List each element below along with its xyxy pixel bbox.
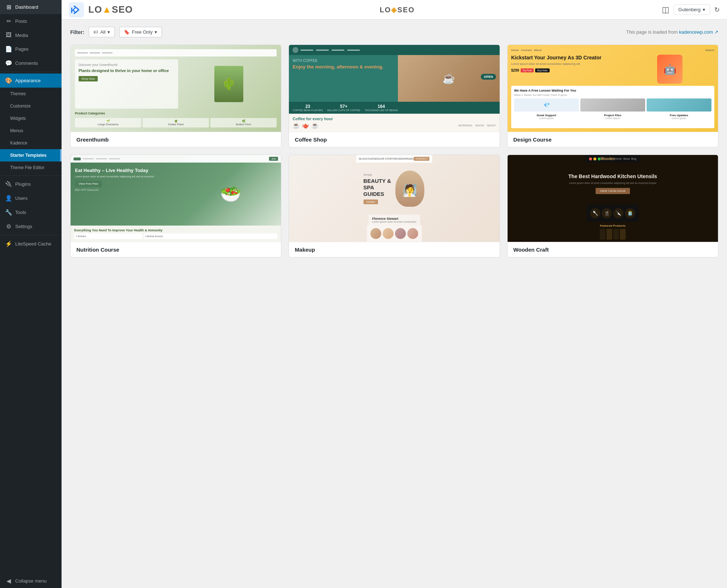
sidebar-item-tools[interactable]: 🔧 Tools	[0, 205, 62, 219]
filter-all-button[interactable]: 🏷 All ▾	[89, 27, 115, 37]
sidebar-item-litespeed[interactable]: ⚡ LiteSpeed Cache	[0, 237, 62, 251]
bookmark-icon: 🔖	[124, 29, 130, 35]
sidebar-item-theme-file-editor[interactable]: Theme File Editor	[0, 161, 62, 174]
users-icon: 👤	[5, 195, 12, 202]
sidebar-item-plugins[interactable]: 🔌 Plugins	[0, 177, 62, 191]
filter-right: This page is loaded from kadencewp.com ↗	[626, 29, 718, 35]
appearance-icon: 🎨	[5, 77, 12, 84]
sidebar-item-collapse[interactable]: ◀ Collapse menu	[0, 574, 62, 588]
sidebar-item-customize[interactable]: Customize	[0, 100, 62, 112]
starter-templates-label: Starter Templates	[10, 153, 46, 158]
theme-file-editor-label: Theme File Editor	[10, 165, 45, 170]
litespeed-label: LiteSpeed Cache	[15, 241, 51, 247]
sidebar-item-users[interactable]: 👤 Users	[0, 191, 62, 205]
tools-icon: 🔧	[5, 209, 12, 216]
customize-label: Customize	[10, 104, 31, 109]
sidebar-item-label: Plugins	[15, 181, 31, 187]
sidebar-item-dashboard[interactable]: ⊞ Dashboard	[0, 0, 62, 14]
filter-free-only-button[interactable]: 🔖 Free Only ▾	[119, 27, 162, 37]
sidebar-item-settings[interactable]: ⚙ Settings	[0, 219, 62, 234]
sidebar-item-appearance[interactable]: 🎨 Appearance	[0, 74, 62, 88]
template-preview-makeup: BLOG COURSES OUR STORY REVIEWS PAGES CON…	[289, 155, 499, 242]
template-preview-coffee: WITH COFFEE Enjoy the morning, afternoon…	[289, 45, 499, 132]
qr-icon[interactable]: ◫	[662, 5, 669, 14]
brand-logo-icon: K	[69, 2, 84, 17]
sidebar-item-widgets[interactable]: Widgets	[0, 112, 62, 125]
topbar-left: K LO▲SEO	[69, 2, 133, 17]
plugins-icon: 🔌	[5, 181, 12, 188]
sidebar-item-themes[interactable]: Themes	[0, 88, 62, 100]
site-title: LO◈SEO	[380, 5, 415, 14]
page-source-link[interactable]: kadencewp.com ↗	[679, 29, 718, 35]
all-label: All	[100, 29, 105, 35]
preview-nav	[75, 49, 277, 56]
sidebar-item-media[interactable]: 🖼 Media	[0, 28, 62, 42]
gutenberg-button[interactable]: Gutenberg ▾	[674, 4, 710, 15]
chevron-down-icon: ▾	[155, 29, 157, 35]
templates-grid: Discover your Greenthumb Plants designed…	[70, 45, 718, 257]
sidebar-item-label: Posts	[15, 18, 27, 24]
sidebar-item-menus[interactable]: Menus	[0, 125, 62, 137]
litespeed-icon: ⚡	[5, 240, 12, 247]
chevron-down-icon: ▾	[703, 7, 705, 12]
themes-label: Themes	[10, 91, 26, 96]
template-name-design-course: Design Course	[508, 132, 718, 147]
sidebar-item-comments[interactable]: 💬 Comments	[0, 56, 62, 70]
preview-products: 🌱Large Dracaena 🪴Snake Plant 🌿Button Fer…	[75, 118, 277, 127]
template-preview-greenthumb: Discover your Greenthumb Plants designed…	[71, 45, 281, 132]
template-name-nutrition-course: Nutrition Course	[71, 242, 281, 257]
brand-logo-text: LO▲SEO	[88, 4, 133, 15]
template-card-design-course[interactable]: HomeCoursesAbout Search Kickstart Your J…	[507, 45, 718, 147]
sidebar-item-label: Pages	[15, 46, 29, 52]
sidebar-item-kadence[interactable]: Kadence	[0, 137, 62, 149]
template-card-makeup[interactable]: BLOG COURSES OUR STORY REVIEWS PAGES CON…	[289, 155, 500, 257]
template-card-greenthumb[interactable]: Discover your Greenthumb Plants designed…	[70, 45, 281, 147]
collapse-label: Collapse menu	[15, 578, 47, 584]
template-preview-nutrition: Join Eat Healthy – Live Healthy Today Lo…	[71, 155, 281, 242]
menus-label: Menus	[10, 128, 23, 133]
comments-icon: 💬	[5, 60, 12, 67]
free-only-label: Free Only	[132, 29, 152, 35]
kadence-label: Kadence	[10, 140, 27, 146]
template-name-wooden-craft: Wooden Craft	[508, 242, 718, 257]
preview-hero: Discover your Greenthumb Plants designed…	[75, 59, 277, 109]
sidebar-item-label: Media	[15, 33, 28, 38]
template-preview-design: HomeCoursesAbout Search Kickstart Your J…	[508, 45, 718, 132]
divider-1	[0, 72, 62, 72]
filter-bar: Filter: 🏷 All ▾ 🔖 Free Only ▾ This page …	[70, 27, 718, 37]
gutenberg-label: Gutenberg	[678, 7, 701, 12]
sidebar-item-label: Comments	[15, 60, 38, 66]
filter-left: Filter: 🏷 All ▾ 🔖 Free Only ▾	[70, 27, 162, 37]
sidebar-item-starter-templates[interactable]: Starter Templates	[0, 149, 62, 161]
settings-icon: ⚙	[5, 223, 12, 230]
topbar: K LO▲SEO LO◈SEO ◫ Gutenberg ▾ ↻	[62, 0, 727, 20]
page-source-text: This page is loaded from	[626, 29, 677, 35]
refresh-button[interactable]: ↻	[714, 6, 720, 14]
template-card-nutrition-course[interactable]: Join Eat Healthy – Live Healthy Today Lo…	[70, 155, 281, 257]
topbar-right: ◫ Gutenberg ▾ ↻	[662, 4, 720, 15]
sidebar-item-label: Tools	[15, 210, 26, 215]
template-name-greenthumb: Greenthumb	[71, 132, 281, 147]
sidebar: ⊞ Dashboard ✏ Posts 🖼 Media 📄 Pages 💬 Co…	[0, 0, 62, 588]
widgets-label: Widgets	[10, 116, 26, 121]
collapse-icon: ◀	[5, 578, 12, 584]
sidebar-item-label: Users	[15, 196, 28, 201]
template-card-wooden-craft[interactable]: Wooden Home About Blog The Best Hardwood…	[507, 155, 718, 257]
pages-icon: 📄	[5, 46, 12, 52]
sidebar-item-label: Dashboard	[15, 4, 38, 10]
sidebar-item-pages[interactable]: 📄 Pages	[0, 42, 62, 56]
template-preview-wooden: Wooden Home About Blog The Best Hardwood…	[508, 155, 718, 242]
media-icon: 🖼	[5, 32, 12, 38]
template-name-makeup: Makeup	[289, 242, 499, 257]
divider-3	[0, 235, 62, 235]
template-card-coffee-shop[interactable]: WITH COFFEE Enjoy the morning, afternoon…	[289, 45, 500, 147]
divider-2	[0, 175, 62, 176]
sidebar-item-label: Settings	[15, 224, 32, 229]
tag-icon: 🏷	[93, 29, 98, 35]
content-area: Filter: 🏷 All ▾ 🔖 Free Only ▾ This page …	[62, 20, 727, 588]
sidebar-item-label: Appearance	[15, 78, 41, 83]
posts-icon: ✏	[5, 18, 12, 25]
chevron-down-icon: ▾	[108, 29, 110, 35]
sidebar-item-posts[interactable]: ✏ Posts	[0, 14, 62, 28]
dashboard-icon: ⊞	[5, 4, 12, 10]
